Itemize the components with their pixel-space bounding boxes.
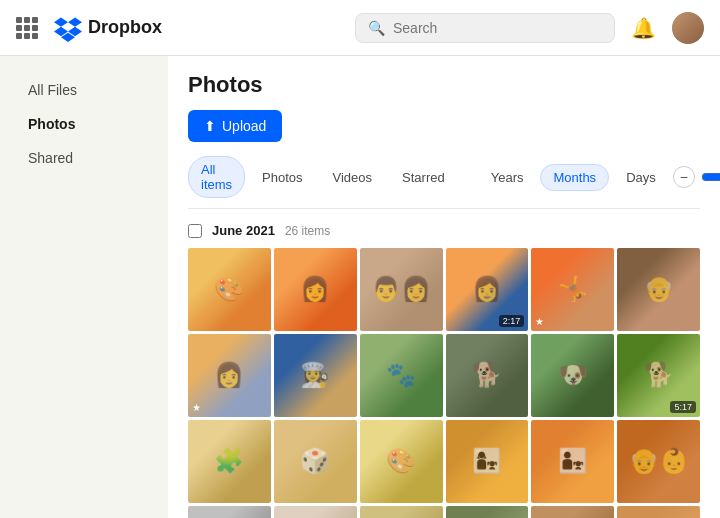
zoom-control: − + xyxy=(673,166,720,188)
photo-item[interactable]: 🖐️ xyxy=(274,506,357,518)
photo-preview: 🖐️ xyxy=(274,506,357,518)
dropbox-logo[interactable]: Dropbox xyxy=(54,14,162,42)
photo-preview: 👨‍👩‍👧 xyxy=(617,506,700,518)
user-avatar[interactable] xyxy=(672,12,704,44)
tab-months[interactable]: Months xyxy=(540,164,609,191)
photo-item[interactable]: 👴 xyxy=(617,248,700,331)
photo-preview: 🧩 xyxy=(188,420,271,503)
photo-item[interactable]: 👨‍👩‍👧 xyxy=(617,506,700,518)
tab-years[interactable]: Years xyxy=(478,164,537,191)
photo-preview: 🎨 xyxy=(360,420,443,503)
photo-item[interactable]: 👩‍👧 xyxy=(446,420,529,503)
photo-item[interactable]: 🐾 xyxy=(360,334,443,417)
video-duration-badge: 2:17 xyxy=(499,315,525,327)
photo-preview: 👩 xyxy=(274,248,357,331)
sidebar: All Files Photos Shared xyxy=(0,56,168,518)
photo-preview: 😄 xyxy=(188,506,271,518)
header-left: Dropbox xyxy=(16,14,162,42)
photo-item[interactable]: 🎲 xyxy=(274,420,357,503)
photo-preview: 👨‍👩 xyxy=(531,506,614,518)
photo-item[interactable]: 🌸 xyxy=(360,506,443,518)
zoom-slider[interactable] xyxy=(701,169,720,185)
photo-preview: 🎨 xyxy=(188,248,271,331)
avatar-image xyxy=(672,12,704,44)
photo-preview: 👨‍👧 xyxy=(531,420,614,503)
photo-preview: 👩‍🍳 xyxy=(274,334,357,417)
photo-preview: 🎲 xyxy=(274,420,357,503)
section-date: June 2021 xyxy=(212,223,275,238)
starred-badge: ★ xyxy=(192,402,201,413)
tab-photos[interactable]: Photos xyxy=(249,164,315,191)
section-header: June 2021 26 items xyxy=(188,223,700,238)
photo-item[interactable]: 🧩 xyxy=(188,420,271,503)
photo-item[interactable]: 🎨 xyxy=(360,420,443,503)
main-content: Photos ⬆ Upload All items Photos Videos … xyxy=(168,56,720,518)
photo-grid: 🎨 👩 👨‍👩 👩 2:17 🤸 ★ 👴 👩 ★ xyxy=(188,248,700,518)
photo-preview: 👧 xyxy=(446,506,529,518)
filter-row: All items Photos Videos Starred Years Mo… xyxy=(188,156,700,209)
photo-preview: 👨‍👩 xyxy=(360,248,443,331)
section-select-all[interactable] xyxy=(188,224,202,238)
photo-item[interactable]: 👴👶 xyxy=(617,420,700,503)
upload-button[interactable]: ⬆ Upload xyxy=(188,110,282,142)
search-icon: 🔍 xyxy=(368,20,385,36)
photo-preview: 🐕 xyxy=(446,334,529,417)
tab-videos[interactable]: Videos xyxy=(320,164,386,191)
photo-item[interactable]: 👩 2:17 xyxy=(446,248,529,331)
search-bar[interactable]: 🔍 xyxy=(355,13,615,43)
photo-item[interactable]: 🤸 ★ xyxy=(531,248,614,331)
photo-item[interactable]: 👩 xyxy=(274,248,357,331)
tab-all-items[interactable]: All items xyxy=(188,156,245,198)
app-header: Dropbox 🔍 🔔 xyxy=(0,0,720,56)
photo-item[interactable]: 🐕 xyxy=(446,334,529,417)
photo-preview: 🐶 xyxy=(531,334,614,417)
photo-item[interactable]: 👨‍👩 xyxy=(360,248,443,331)
zoom-out-button[interactable]: − xyxy=(673,166,695,188)
sidebar-item-photos[interactable]: Photos xyxy=(8,108,160,140)
photo-preview: 👴👶 xyxy=(617,420,700,503)
video-duration-badge: 5:17 xyxy=(670,401,696,413)
photo-item[interactable]: 👨‍👧 xyxy=(531,420,614,503)
apps-grid-icon[interactable] xyxy=(16,17,38,39)
photo-item[interactable]: 🐕 5:17 xyxy=(617,334,700,417)
search-input[interactable] xyxy=(393,20,602,36)
sidebar-item-shared[interactable]: Shared xyxy=(8,142,160,174)
dropbox-logo-icon xyxy=(54,14,82,42)
header-right: 🔔 xyxy=(631,12,704,44)
photo-item[interactable]: 🐶 xyxy=(531,334,614,417)
photo-preview: 👩‍👧 xyxy=(446,420,529,503)
photo-item[interactable]: 🎨 xyxy=(188,248,271,331)
photo-item[interactable]: 👧 xyxy=(446,506,529,518)
photo-item[interactable]: 😄 xyxy=(188,506,271,518)
main-layout: All Files Photos Shared Photos ⬆ Upload … xyxy=(0,56,720,518)
photo-preview: 🐾 xyxy=(360,334,443,417)
photo-preview: 👴 xyxy=(617,248,700,331)
starred-badge: ★ xyxy=(535,316,544,327)
tab-starred[interactable]: Starred xyxy=(389,164,458,191)
tab-days[interactable]: Days xyxy=(613,164,669,191)
app-name-label: Dropbox xyxy=(88,17,162,38)
section-count: 26 items xyxy=(285,224,330,238)
photo-item[interactable]: 👩 ★ xyxy=(188,334,271,417)
upload-icon: ⬆ xyxy=(204,118,216,134)
page-title: Photos xyxy=(188,72,700,98)
photo-preview: 🌸 xyxy=(360,506,443,518)
photo-item[interactable]: 👩‍🍳 xyxy=(274,334,357,417)
photo-item[interactable]: 👨‍👩 xyxy=(531,506,614,518)
notifications-icon[interactable]: 🔔 xyxy=(631,16,656,40)
sidebar-item-all-files[interactable]: All Files xyxy=(8,74,160,106)
